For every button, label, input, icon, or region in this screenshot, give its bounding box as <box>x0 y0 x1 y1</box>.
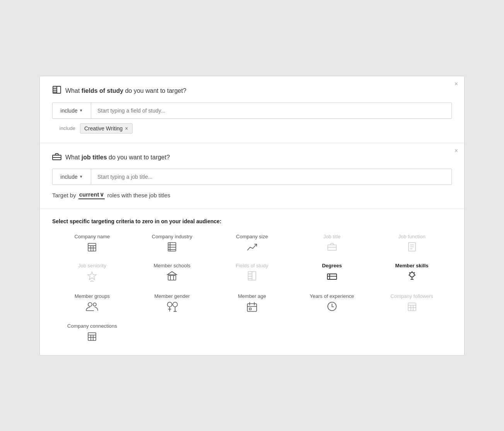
fields-of-study-input-row: include ▼ <box>52 103 452 119</box>
criteria-label-degrees: Degrees <box>322 263 342 269</box>
fields-of-study-tag-row: include Creative Writing × <box>52 123 452 133</box>
creative-writing-tag: Creative Writing × <box>80 123 133 133</box>
criteria-label-company-industry: Company industry <box>152 234 192 239</box>
company-connections-icon <box>87 331 97 343</box>
criteria-item-company-followers: Company followers <box>372 293 452 314</box>
fields-tag-prefix-label: include <box>52 125 75 131</box>
criteria-item-fields-of-study: Fields of study <box>212 263 292 284</box>
criteria-label-job-title: Job title <box>323 234 341 239</box>
job-titles-section: × What job titles do you want to target?… <box>40 143 464 209</box>
current-dropdown-button[interactable]: current ∨ <box>78 191 105 199</box>
fields-of-study-header: What fields of study do you want to targ… <box>52 86 452 96</box>
criteria-grid: Company name Company industry <box>52 234 452 314</box>
member-groups-icon <box>85 301 99 313</box>
fields-of-study-question: What fields of study do you want to targ… <box>65 87 186 94</box>
criteria-label-company-size: Company size <box>236 234 268 239</box>
svg-rect-60 <box>408 303 416 311</box>
criteria-item-company-industry[interactable]: Company industry <box>132 234 212 253</box>
job-title-criteria-icon <box>327 242 337 253</box>
job-include-chevron-icon: ▼ <box>79 174 83 179</box>
criteria-item-job-function: Job function <box>372 234 452 253</box>
job-titles-question: What job titles do you want to target? <box>65 154 170 161</box>
main-card: × What fields of study do you want to ta… <box>39 76 465 356</box>
criteria-label-member-age: Member age <box>238 293 266 299</box>
creative-writing-label: Creative Writing <box>84 125 123 132</box>
criteria-label-company-name: Company name <box>75 234 110 239</box>
svg-rect-7 <box>88 243 96 251</box>
job-titles-bold: job titles <box>82 154 107 161</box>
criteria-grid-row4: Company connections <box>52 323 452 343</box>
svg-marker-23 <box>88 272 96 280</box>
job-title-input[interactable] <box>91 169 451 185</box>
fields-of-study-close-button[interactable]: × <box>455 81 458 87</box>
criteria-item-job-title: Job title <box>292 234 372 253</box>
company-size-icon <box>247 242 257 253</box>
briefcase-icon <box>52 152 61 162</box>
svg-point-51 <box>173 302 177 307</box>
job-titles-close-button[interactable]: × <box>455 148 458 154</box>
company-followers-icon <box>407 301 417 313</box>
criteria-label-years-of-experience: Years of experience <box>310 293 354 299</box>
svg-line-42 <box>414 272 415 273</box>
job-include-dropdown[interactable]: include ▼ <box>53 169 91 185</box>
criteria-label-job-function: Job function <box>398 234 426 239</box>
criteria-label-company-connections: Company connections <box>67 323 117 329</box>
criteria-item-company-size[interactable]: Company size <box>212 234 292 253</box>
criteria-section: Select specific targeting criteria to ze… <box>40 209 464 355</box>
fields-of-study-bold: fields of study <box>82 87 123 94</box>
criteria-item-member-skills[interactable]: Member skills <box>372 263 452 284</box>
target-by-suffix: roles with these job titles <box>107 192 170 198</box>
criteria-item-degrees[interactable]: Degrees <box>292 263 372 284</box>
criteria-item-member-schools[interactable]: Member schools <box>132 263 212 284</box>
degrees-icon <box>327 271 337 282</box>
current-chevron-icon: ∨ <box>100 191 104 198</box>
criteria-item-company-connections[interactable]: Company connections <box>52 323 132 343</box>
svg-rect-65 <box>88 333 96 340</box>
criteria-label-member-groups: Member groups <box>75 293 110 299</box>
job-function-icon <box>408 242 416 253</box>
book-icon <box>52 86 61 96</box>
svg-rect-35 <box>327 274 337 279</box>
svg-rect-26 <box>168 275 176 280</box>
job-titles-input-row: include ▼ <box>52 169 452 185</box>
svg-point-46 <box>88 303 92 306</box>
current-label: current <box>79 191 99 198</box>
job-seniority-icon <box>87 271 97 283</box>
svg-point-38 <box>410 272 414 277</box>
member-schools-icon <box>167 271 177 282</box>
job-include-label: include <box>60 174 77 180</box>
creative-writing-remove-button[interactable]: × <box>125 125 128 132</box>
svg-marker-27 <box>167 272 177 275</box>
member-age-icon <box>247 301 257 314</box>
svg-rect-54 <box>247 304 257 311</box>
criteria-title: Select specific targeting criteria to ze… <box>52 218 452 224</box>
criteria-item-years-of-experience[interactable]: Years of experience <box>292 293 372 314</box>
criteria-item-member-age[interactable]: Member age <box>212 293 292 314</box>
criteria-label-company-followers: Company followers <box>390 293 433 299</box>
criteria-label-job-seniority: Job seniority <box>78 263 106 269</box>
criteria-label-member-gender: Member gender <box>154 293 190 299</box>
svg-point-47 <box>93 303 96 306</box>
fields-include-label: include <box>60 108 77 114</box>
fields-of-study-section: × What fields of study do you want to ta… <box>40 76 464 143</box>
target-by-prefix: Target by <box>52 192 76 198</box>
criteria-item-company-name[interactable]: Company name <box>52 234 132 253</box>
svg-line-43 <box>409 272 410 273</box>
criteria-item-member-gender[interactable]: Member gender <box>132 293 212 314</box>
fields-of-study-input[interactable] <box>91 103 451 118</box>
criteria-item-member-groups[interactable]: Member groups <box>52 293 132 314</box>
svg-point-48 <box>167 302 172 307</box>
member-gender-icon <box>166 301 178 314</box>
fields-include-dropdown[interactable]: include ▼ <box>53 103 91 118</box>
job-titles-header: What job titles do you want to target? <box>52 152 452 162</box>
criteria-label-member-schools: Member schools <box>154 263 191 269</box>
svg-rect-58 <box>249 308 251 310</box>
criteria-item-job-seniority: Job seniority <box>52 263 132 284</box>
member-skills-icon <box>407 271 417 284</box>
company-industry-icon <box>167 242 177 253</box>
svg-rect-17 <box>328 245 336 250</box>
criteria-label-fields-of-study: Fields of study <box>236 263 268 269</box>
fields-include-chevron-icon: ▼ <box>79 108 83 113</box>
target-by-row: Target by current ∨ roles with these job… <box>52 191 452 199</box>
company-name-icon <box>87 242 97 253</box>
